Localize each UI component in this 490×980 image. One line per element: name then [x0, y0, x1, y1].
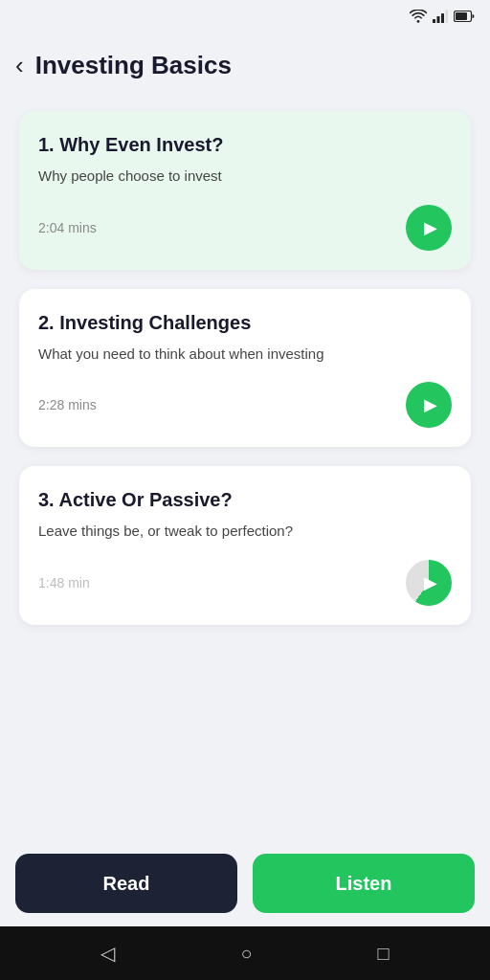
- back-button[interactable]: ‹: [15, 53, 24, 78]
- battery-icon: [454, 10, 475, 25]
- wifi-icon: [410, 10, 427, 26]
- card-2-title: 2. Investing Challenges: [38, 312, 452, 334]
- nav-back-icon[interactable]: ◁: [100, 942, 115, 965]
- card-2-footer: 2:28 mins ▶: [38, 382, 452, 428]
- card-2-play-button[interactable]: ▶: [406, 382, 452, 428]
- card-1-duration: 2:04 mins: [38, 220, 97, 235]
- page-title: Investing Basics: [35, 51, 232, 80]
- card-3-play-button[interactable]: ▶: [406, 560, 452, 606]
- play-icon-3: ▶: [424, 572, 437, 593]
- play-icon-1: ▶: [424, 217, 437, 238]
- svg-rect-5: [456, 12, 467, 20]
- svg-rect-1: [437, 16, 440, 23]
- header: ‹ Investing Basics: [0, 34, 490, 96]
- card-1-description: Why people choose to invest: [38, 166, 452, 188]
- card-1-footer: 2:04 mins ▶: [38, 205, 452, 251]
- bottom-actions: Read Listen: [0, 840, 490, 926]
- svg-rect-2: [441, 13, 444, 23]
- card-2-description: What you need to think about when invest…: [38, 344, 452, 366]
- card-3-footer: 1:48 min ▶: [38, 560, 452, 606]
- svg-rect-0: [433, 19, 435, 23]
- status-bar: [0, 0, 490, 34]
- card-2-duration: 2:28 mins: [38, 397, 97, 412]
- signal-icon: [433, 10, 448, 26]
- card-1-play-button[interactable]: ▶: [406, 205, 452, 251]
- status-icons: [410, 10, 475, 26]
- nav-recent-icon[interactable]: □: [377, 943, 389, 965]
- android-nav-bar: ◁ ○ □: [0, 926, 490, 980]
- svg-rect-3: [446, 10, 449, 23]
- card-1-title: 1. Why Even Invest?: [38, 134, 452, 156]
- listen-button[interactable]: Listen: [253, 854, 475, 913]
- lesson-card-2: 2. Investing Challenges What you need to…: [19, 289, 471, 448]
- card-3-title: 3. Active Or Passive?: [38, 489, 452, 511]
- content-area: 1. Why Even Invest? Why people choose to…: [0, 96, 490, 840]
- play-icon-2: ▶: [424, 394, 437, 415]
- nav-home-icon[interactable]: ○: [240, 943, 252, 965]
- read-button[interactable]: Read: [15, 854, 237, 913]
- lesson-card-1: 1. Why Even Invest? Why people choose to…: [19, 111, 471, 270]
- lesson-card-3: 3. Active Or Passive? Leave things be, o…: [19, 466, 471, 625]
- card-3-duration: 1:48 min: [38, 575, 90, 590]
- card-3-description: Leave things be, or tweak to perfection?: [38, 521, 452, 543]
